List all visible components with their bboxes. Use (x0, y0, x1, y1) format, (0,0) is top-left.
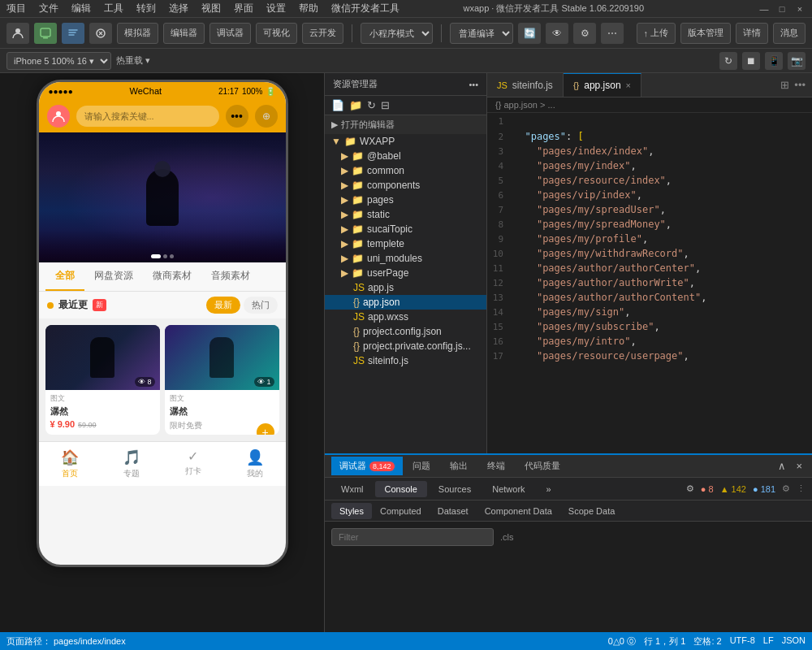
phone-menu-btn[interactable]: ••• (226, 105, 248, 128)
version-mgr-btn[interactable]: 版本管理 (680, 23, 731, 44)
compile-eye-icon[interactable]: 👁 (546, 23, 568, 44)
menu-item-interface[interactable]: 界面 (234, 2, 253, 15)
style-tab-scope-data[interactable]: Scope Data (560, 503, 623, 519)
menu-item-weixin[interactable]: 微信开发者工具 (331, 2, 400, 15)
phone-scan-btn[interactable]: ⊕ (255, 105, 278, 128)
debugger-tab-output[interactable]: 输出 (440, 457, 477, 475)
menu-item-edit[interactable]: 编辑 (71, 2, 91, 15)
appjson-close-btn[interactable]: × (626, 80, 631, 90)
menu-item-view[interactable]: 视图 (201, 2, 221, 15)
project-root[interactable]: ▼ 📁 WXAPP (325, 134, 486, 149)
devtools-tab-sources[interactable]: Sources (429, 481, 481, 497)
style-tab-computed[interactable]: Computed (372, 503, 430, 519)
phone-search-input[interactable]: 请输入搜索关键... (76, 106, 219, 127)
editor-more-icon[interactable]: ••• (794, 79, 806, 91)
minimize-panel-icon[interactable]: ∧ (775, 458, 789, 474)
devtools-tab-network[interactable]: Network (482, 481, 534, 497)
style-tab-component-data[interactable]: Component Data (477, 503, 560, 519)
folder-sucaitopic[interactable]: ▶ 📁 sucaiTopic (325, 222, 486, 236)
devtools-tab-wxml[interactable]: Wxml (331, 481, 374, 497)
phone-nav-profile[interactable]: 👤 我的 (224, 445, 286, 483)
file-project-private[interactable]: {} project.private.config.js... (325, 339, 486, 353)
phone-tab-all[interactable]: 全部 (45, 262, 84, 291)
editor-tab-siteinfo[interactable]: JS siteinfo.js (487, 73, 564, 97)
folder-uni-modules[interactable]: ▶ 📁 uni_modules (325, 251, 486, 266)
phone-tab-cloud[interactable]: 网盘资源 (84, 262, 143, 291)
debugger-tab-terminal[interactable]: 终端 (477, 457, 515, 475)
phone-nav-topic[interactable]: 🎵 专题 (101, 445, 162, 483)
upload-btn[interactable]: ↑ 上传 (637, 23, 676, 44)
cloud-label[interactable]: 云开发 (302, 23, 343, 44)
details-btn[interactable]: 详情 (736, 23, 768, 44)
menu-item-tools[interactable]: 工具 (104, 2, 123, 15)
folder-components[interactable]: ▶ 📁 components (325, 178, 486, 193)
phone-nav-checkin[interactable]: ✓ 打卡 (162, 445, 224, 483)
folder-pages[interactable]: ▶ 📁 pages (325, 193, 486, 207)
maximize-button[interactable]: □ (776, 3, 788, 15)
debugger-tab-quality[interactable]: 代码质量 (515, 457, 570, 475)
simulator-btn[interactable] (34, 23, 57, 44)
visualize-label[interactable]: 可视化 (256, 23, 297, 44)
device-select[interactable]: iPhone 5 100% 16 ▾ (6, 52, 111, 70)
editor-label[interactable]: 编辑器 (163, 23, 205, 44)
editor-tab-appjson[interactable]: {} app.json × (564, 73, 641, 97)
phone-tab-wechat[interactable]: 微商素材 (143, 262, 201, 291)
close-button[interactable]: × (794, 3, 806, 15)
folder-templete[interactable]: ▶ 📁 templete (325, 236, 486, 251)
devtools-more-icon[interactable]: ⋮ (797, 483, 806, 494)
menu-item-select[interactable]: 选择 (169, 2, 188, 15)
style-tab-dataset[interactable]: Dataset (430, 503, 477, 519)
menu-item-file[interactable]: 文件 (39, 2, 58, 15)
menu-item-settings[interactable]: 设置 (266, 2, 286, 15)
refresh-icon[interactable]: ↻ (367, 99, 376, 111)
menu-item-help[interactable]: 帮助 (299, 2, 318, 15)
compile-refresh-icon[interactable]: 🔄 (518, 23, 541, 44)
compile-settings-icon[interactable]: ⚙ (573, 23, 596, 44)
compile-mode-select[interactable]: 普通编译 (450, 23, 513, 44)
filter-input[interactable] (331, 528, 494, 546)
stop-icon[interactable]: ⏹ (742, 52, 760, 70)
file-project-config[interactable]: {} project.config.json (325, 324, 486, 339)
close-panel-icon[interactable]: × (793, 458, 806, 474)
devtools-tab-more[interactable]: » (537, 481, 561, 497)
phone-tab-audio[interactable]: 音频素材 (201, 262, 260, 291)
file-app-wxss[interactable]: JS app.wxss (325, 310, 486, 324)
simulator-label[interactable]: 模拟器 (117, 23, 158, 44)
editor-btn[interactable] (62, 23, 84, 44)
menu-item-goto[interactable]: 转到 (136, 2, 156, 15)
folder-common[interactable]: ▶ 📁 common (325, 163, 486, 178)
debugger-label[interactable]: 调试器 (209, 23, 251, 44)
explorer-more-icon[interactable]: ••• (469, 80, 478, 89)
file-app-json[interactable]: {} app.json (325, 295, 486, 310)
screenshot-icon[interactable]: 📷 (788, 52, 806, 70)
file-app-js[interactable]: JS app.js (325, 280, 486, 295)
open-editors-section[interactable]: ▶ 打开的编辑器 (325, 115, 486, 134)
minimize-button[interactable]: — (758, 3, 770, 15)
status-page-label[interactable]: pages/index/index (54, 636, 126, 646)
phone-nav-home[interactable]: 🏠 首页 (39, 445, 101, 483)
newest-btn[interactable]: 最新 (206, 297, 240, 314)
card-2-fab[interactable]: + (257, 423, 274, 435)
new-file-icon[interactable]: 📄 (331, 99, 344, 111)
compile-more-icon[interactable]: ⋯ (601, 23, 624, 44)
split-editor-icon[interactable]: ⊞ (780, 79, 789, 91)
debugger-btn[interactable] (89, 23, 112, 44)
folder-babel[interactable]: ▶ 📁 @babel (325, 149, 486, 163)
refresh-icon[interactable]: ↻ (719, 52, 737, 70)
style-tab-styles[interactable]: Styles (331, 503, 372, 519)
mode-select[interactable]: 小程序模式 (361, 23, 433, 44)
hotspot-label[interactable]: 热重载 ▾ (116, 54, 150, 67)
debugger-title[interactable]: 调试器 8,142 (331, 457, 403, 475)
hot-btn[interactable]: 热门 (244, 297, 278, 314)
devtools-settings-icon[interactable]: ⚙ (782, 483, 790, 494)
collapse-icon[interactable]: ⊟ (381, 99, 390, 111)
folder-static[interactable]: ▶ 📁 static (325, 207, 486, 222)
folder-userpage[interactable]: ▶ 📁 userPage (325, 266, 486, 280)
new-folder-icon[interactable]: 📁 (349, 99, 362, 111)
devtools-tab-console[interactable]: Console (375, 481, 427, 497)
debugger-tab-issues[interactable]: 问题 (403, 457, 440, 475)
file-siteinfo[interactable]: JS siteinfo.js (325, 353, 486, 368)
menu-item-project[interactable]: 项目 (6, 2, 26, 15)
messages-btn[interactable]: 消息 (773, 23, 806, 44)
phone-icon[interactable]: 📱 (765, 52, 783, 70)
